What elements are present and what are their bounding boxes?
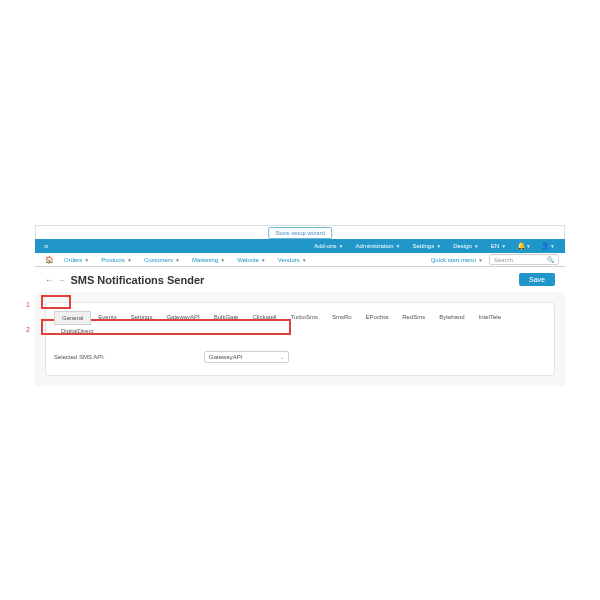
tab-bulkgate[interactable]: BulkGate	[207, 311, 246, 325]
user-icon[interactable]: 👤▼	[537, 242, 559, 250]
annotation-marker-1: 1	[26, 301, 30, 308]
store-setup-wizard-button[interactable]: Store setup wizard	[268, 227, 332, 239]
tabs-container: General Events Settings GatewayAPI BulkG…	[54, 311, 546, 337]
hamburger-icon[interactable]: ≡	[41, 243, 51, 250]
title-bar: ← – SMS Notifications Sender Save	[35, 267, 565, 292]
tab-inteltele[interactable]: IntelTele	[472, 311, 508, 325]
tab-digitaldirect[interactable]: DigitalDirect	[54, 325, 100, 337]
tab-settings[interactable]: Settings	[124, 311, 160, 325]
nav-settings[interactable]: Settings▼	[408, 241, 447, 251]
setup-bar: Store setup wizard	[35, 225, 565, 239]
tab-events[interactable]: Events	[91, 311, 123, 325]
menu-orders[interactable]: Orders▼	[58, 257, 95, 263]
annotation-marker-2: 2	[26, 326, 30, 333]
caret-down-icon: ▼	[339, 243, 344, 249]
tab-redsms[interactable]: RedSms	[395, 311, 432, 325]
tab-bytehand[interactable]: Bytehand	[432, 311, 471, 325]
save-button[interactable]: Save	[519, 273, 555, 286]
menu-vendors[interactable]: Vendors▼	[272, 257, 313, 263]
nav-addons[interactable]: Add-ons▼	[309, 241, 348, 251]
nav-language[interactable]: EN▼	[486, 241, 511, 251]
menu-marketing[interactable]: Marketing▼	[186, 257, 231, 263]
nav-design[interactable]: Design▼	[448, 241, 484, 251]
home-icon[interactable]: 🏠	[41, 256, 58, 264]
menu-customers[interactable]: Customers▼	[138, 257, 186, 263]
back-arrow-icon[interactable]: ←	[45, 275, 54, 285]
notifications-icon[interactable]: 🔔▼	[513, 242, 535, 250]
main-menu-bar: 🏠 Orders▼ Products▼ Customers▼ Marketing…	[35, 253, 565, 267]
tab-general[interactable]: General	[54, 311, 91, 325]
quick-start-menu[interactable]: Quick start menu▼	[425, 257, 489, 263]
page-title: SMS Notifications Sender	[70, 274, 204, 286]
search-input[interactable]: Search🔍	[489, 254, 559, 265]
tab-epochta[interactable]: EPochta	[359, 311, 396, 325]
chevron-down-icon: ⌄	[280, 354, 284, 360]
nav-administration[interactable]: Administration▼	[351, 241, 406, 251]
caret-down-icon: ▼	[474, 243, 479, 249]
separator: –	[60, 275, 64, 284]
select-sms-api[interactable]: GatewayAPI⌄	[204, 351, 289, 363]
content-panel: General Events Settings GatewayAPI BulkG…	[45, 302, 555, 376]
caret-down-icon: ▼	[501, 243, 506, 249]
tab-clickatell[interactable]: Clickatell	[245, 311, 283, 325]
menu-products[interactable]: Products▼	[95, 257, 138, 263]
content-area: General Events Settings GatewayAPI BulkG…	[35, 292, 565, 386]
search-icon: 🔍	[547, 256, 554, 263]
field-label-sms-api: Selected SMS API:	[54, 354, 204, 360]
field-row-sms-api: Selected SMS API: GatewayAPI⌄	[54, 347, 546, 367]
tab-smsru[interactable]: SmsRu	[325, 311, 359, 325]
tab-turbosms[interactable]: TurboSms	[283, 311, 324, 325]
caret-down-icon: ▼	[436, 243, 441, 249]
top-nav-bar: ≡ Add-ons▼ Administration▼ Settings▼ Des…	[35, 239, 565, 253]
caret-down-icon: ▼	[396, 243, 401, 249]
tab-gatewayapi[interactable]: GatewayAPI	[159, 311, 206, 325]
menu-website[interactable]: Website▼	[231, 257, 272, 263]
